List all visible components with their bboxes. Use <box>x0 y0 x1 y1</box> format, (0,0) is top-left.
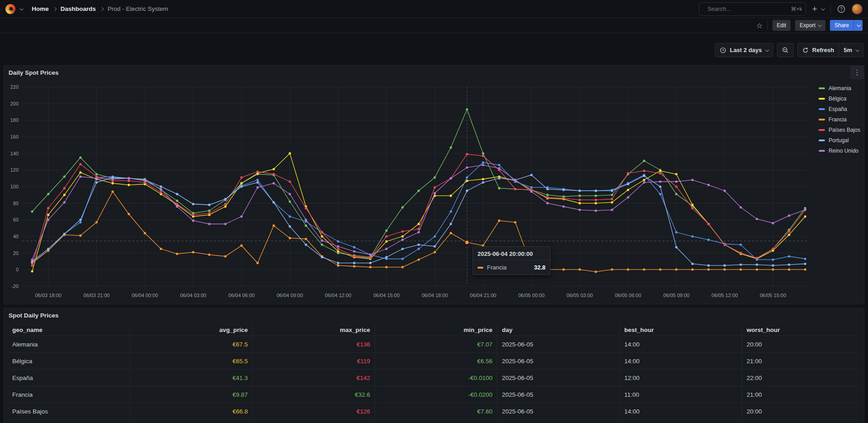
cell-day: 2025-06-05 <box>497 336 619 352</box>
org-switcher-chevron-icon[interactable] <box>19 7 23 10</box>
breadcrumb: Home Dashboards Prod - Electric System <box>32 5 168 12</box>
data-point <box>418 259 420 261</box>
column-header-min_price[interactable]: min_price <box>375 324 497 336</box>
column-header-worst_hour[interactable]: worst_hour <box>742 324 859 336</box>
breadcrumb-home[interactable]: Home <box>32 5 49 12</box>
column-header-best_hour[interactable]: best_hour <box>619 324 742 336</box>
cell-min_price: €7.60 <box>375 403 497 419</box>
data-point <box>111 190 114 192</box>
data-point <box>434 192 436 194</box>
data-point <box>47 207 49 209</box>
y-axis-label: 80 <box>13 201 19 206</box>
grafana-logo[interactable] <box>5 4 15 14</box>
legend-label: Bélgica <box>829 96 846 102</box>
refresh-interval-dropdown[interactable]: 5m <box>839 43 863 57</box>
data-point <box>530 174 532 176</box>
legend-item-Países Bajos[interactable]: Países Bajos <box>819 126 860 134</box>
data-point <box>241 176 243 178</box>
legend-item-Francia[interactable]: Francia <box>819 115 860 124</box>
data-point <box>208 212 210 214</box>
data-point <box>79 219 82 221</box>
data-point <box>96 181 98 183</box>
data-point <box>337 245 339 247</box>
data-point <box>546 194 549 196</box>
column-header-geo_name[interactable]: geo_name <box>9 324 130 336</box>
data-point <box>385 235 387 237</box>
favorite-star-icon[interactable]: ☆ <box>756 21 762 30</box>
legend-item-España[interactable]: España <box>819 105 860 113</box>
cell-best_hour: 14:00 <box>619 336 742 352</box>
data-point <box>176 200 178 202</box>
column-header-day[interactable]: day <box>497 324 619 336</box>
breadcrumb-dashboards[interactable]: Dashboards <box>61 5 96 12</box>
top-nav-bar: Home Dashboards Prod - Electric System ⌘… <box>0 0 868 18</box>
data-point <box>401 230 404 232</box>
legend-color-dash <box>819 87 825 89</box>
data-point <box>756 269 758 271</box>
data-point <box>96 177 98 179</box>
data-point <box>128 177 130 179</box>
column-header-avg_price[interactable]: avg_price <box>130 324 252 336</box>
add-new-button[interactable]: + <box>812 4 824 14</box>
data-point <box>804 258 806 260</box>
data-point <box>788 269 790 271</box>
data-point <box>208 204 210 206</box>
share-dropdown-caret[interactable] <box>854 20 863 31</box>
data-point <box>353 255 355 257</box>
edit-button[interactable]: Edit <box>772 20 791 31</box>
data-point <box>401 258 404 260</box>
data-point <box>337 264 339 267</box>
search-input-container[interactable]: ⌘+k <box>699 2 806 16</box>
data-point <box>401 206 404 208</box>
legend-item-Reino Unido[interactable]: Reino Unido <box>819 147 860 155</box>
table-header-row: geo_nameavg_pricemax_pricemin_pricedaybe… <box>9 324 859 336</box>
panel-title[interactable]: Spot Daily Prices <box>9 312 58 319</box>
time-range-picker[interactable]: Last 2 days <box>715 43 773 57</box>
legend-label: Países Bajos <box>829 127 860 133</box>
data-point <box>434 235 436 237</box>
data-point <box>546 188 549 190</box>
user-avatar[interactable] <box>852 4 863 14</box>
export-button[interactable]: Export <box>795 20 825 31</box>
y-axis-label: 20 <box>13 250 19 256</box>
tooltip-timestamp: 2025-06-04 20:00:00 <box>473 247 550 260</box>
data-point <box>192 203 194 205</box>
legend-item-Alemania[interactable]: Alemania <box>819 84 860 92</box>
data-point <box>385 256 387 258</box>
help-icon[interactable]: ? <box>837 5 845 13</box>
data-point <box>63 233 66 235</box>
x-axis-label: 06/04 12:00 <box>325 293 351 298</box>
data-point <box>128 180 130 182</box>
y-axis-label: 200 <box>10 101 19 106</box>
data-point <box>723 244 726 246</box>
cell-min_price: €6.56 <box>375 353 497 369</box>
data-point <box>79 235 82 237</box>
search-input[interactable] <box>708 5 787 12</box>
spot-prices-chart[interactable]: -2002040608010012014016018020022006/03 1… <box>4 66 865 305</box>
hovered-data-point <box>465 240 469 245</box>
x-axis-label: 06/04 06:00 <box>228 293 255 298</box>
share-button[interactable]: Share <box>830 20 854 31</box>
column-header-max_price[interactable]: max_price <box>252 324 375 336</box>
legend-color-dash <box>819 150 825 152</box>
x-axis-label: 06/04 03:00 <box>180 293 206 298</box>
data-point <box>31 210 33 212</box>
zoom-out-button[interactable] <box>777 43 794 57</box>
data-point <box>643 175 645 177</box>
data-point <box>627 172 629 174</box>
data-point <box>337 240 339 242</box>
data-point <box>401 235 404 237</box>
y-axis-label: 0 <box>16 267 19 272</box>
data-point <box>79 175 82 178</box>
legend-item-Bélgica[interactable]: Bélgica <box>819 95 860 103</box>
x-axis-label: 06/05 09:00 <box>663 293 690 298</box>
data-point <box>691 235 694 237</box>
data-point <box>192 251 194 253</box>
y-axis-label: 120 <box>10 167 19 173</box>
cell-worst_hour: 20:00 <box>742 336 859 352</box>
legend-color-dash <box>819 98 825 100</box>
legend-item-Portugal[interactable]: Portugal <box>819 136 860 144</box>
data-point <box>466 153 468 155</box>
cell-min_price: €7.07 <box>375 336 497 352</box>
refresh-button[interactable]: Refresh <box>797 43 839 57</box>
